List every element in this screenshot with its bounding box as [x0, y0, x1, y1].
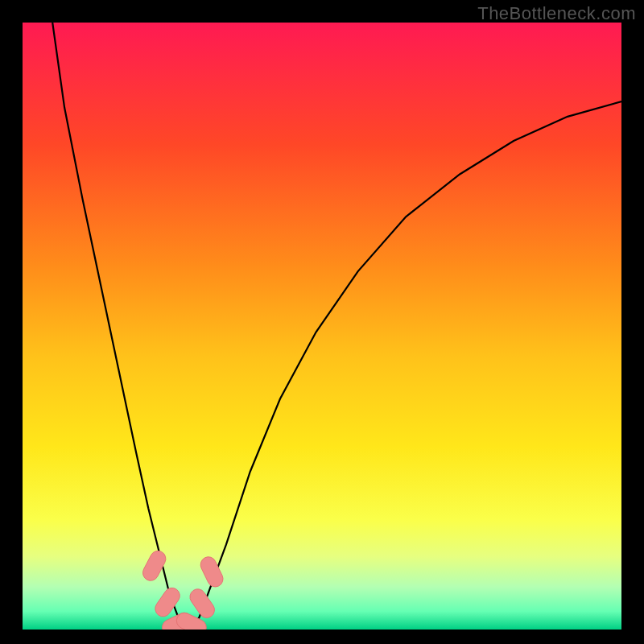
watermark-text: TheBottleneck.com: [477, 3, 636, 24]
gradient-background: [23, 23, 621, 630]
chart-svg: [23, 23, 621, 630]
chart-frame: TheBottleneck.com: [0, 0, 644, 644]
plot-area: [23, 23, 621, 630]
